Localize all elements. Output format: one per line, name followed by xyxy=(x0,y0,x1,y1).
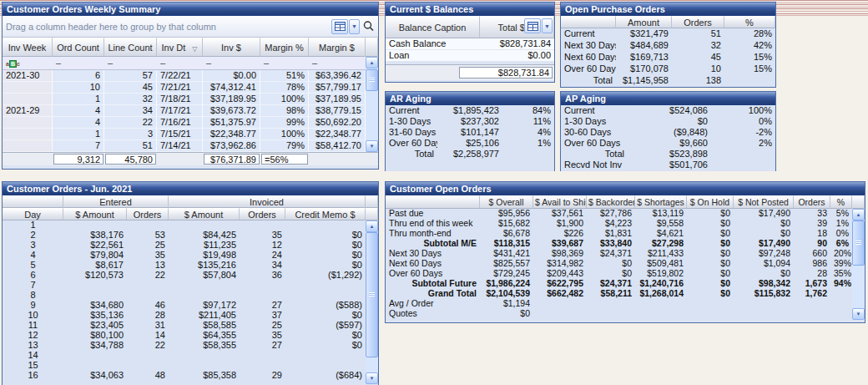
scroll-thumb[interactable] xyxy=(852,220,865,266)
filter-cell[interactable]: – xyxy=(260,57,309,70)
column-header[interactable]: $ On Hold xyxy=(687,195,734,209)
table-row[interactable]: Recvd Not Inv$501,706 xyxy=(561,160,775,170)
column-header[interactable]: Amount xyxy=(616,16,672,28)
table-row[interactable]: 8 xyxy=(3,291,366,301)
table-row[interactable]: Thru month-end$6,678$226$1,831$4,621$0$0… xyxy=(386,229,852,239)
column-header-blank[interactable] xyxy=(366,38,378,57)
grid-options-button[interactable] xyxy=(524,18,541,33)
filter-cell[interactable]: – xyxy=(157,57,203,70)
vertical-scrollbar[interactable]: ▲▼ xyxy=(366,220,378,384)
column-header[interactable]: Day xyxy=(3,208,63,220)
column-header[interactable]: $ Amount xyxy=(63,208,127,220)
table-row[interactable]: 5$8,61713$135,21634$0 xyxy=(3,261,366,271)
table-row[interactable]: Over 60 Days$729,245$209,443$0$519,802$0… xyxy=(386,269,852,279)
column-header[interactable]: Inv Week xyxy=(3,38,53,57)
column-header-blank[interactable] xyxy=(852,195,865,209)
column-header[interactable]: Orders xyxy=(672,16,724,28)
column-header[interactable]: Inv Dt▽ xyxy=(157,38,203,57)
table-row[interactable]: Over 60 Days$9,6602% xyxy=(561,138,775,149)
table-row[interactable]: 30-60 Days($9,848)-2% xyxy=(561,127,775,138)
group-by-bar[interactable]: Drag a column header here to group by th… xyxy=(3,16,378,38)
column-header[interactable]: $ Shortages xyxy=(635,195,687,209)
scroll-down-icon[interactable]: ▼ xyxy=(366,372,378,384)
panel-title[interactable]: Customer Orders Weekly Summary xyxy=(3,3,378,16)
table-row[interactable]: Quotes$0 xyxy=(386,309,852,319)
table-row[interactable]: 7 xyxy=(3,281,366,291)
column-header[interactable]: $ Not Posted xyxy=(734,195,794,209)
panel-title[interactable]: AP Aging xyxy=(561,92,775,105)
chevron-down-icon[interactable]: ▼ xyxy=(349,19,360,34)
table-row[interactable]: 7517/14/21$73,962.8679%$58,412.70 xyxy=(3,140,366,152)
table-row[interactable]: Current$524,086100% xyxy=(561,105,775,116)
table-row[interactable]: 9$34,68046$97,17227($588) xyxy=(3,301,366,311)
table-row[interactable]: Avg / Order$1,194 xyxy=(386,299,852,309)
column-header[interactable]: $ Amount xyxy=(169,208,240,220)
table-row[interactable]: Loan$0.00 xyxy=(386,50,554,62)
scrollbar-track[interactable] xyxy=(852,266,865,308)
table-row[interactable]: 2021-294347/17/21$39,673.7298%$38,779.15 xyxy=(3,105,366,117)
scroll-up-icon[interactable]: ▲ xyxy=(366,220,378,232)
table-row[interactable]: 6$120,57322$57,80436($1,292) xyxy=(3,271,366,281)
panel-title[interactable]: Current $ Balances xyxy=(386,3,554,16)
vertical-scrollbar[interactable]: ▲▼ xyxy=(366,57,378,152)
column-header[interactable]: Orders xyxy=(794,195,830,209)
vertical-scrollbar[interactable]: ▲▼ xyxy=(852,209,865,320)
table-row[interactable]: Total$1,145,958138 xyxy=(561,75,775,87)
table-row[interactable]: 31-60 Days$101,1474% xyxy=(386,127,554,138)
scrollbar-track[interactable] xyxy=(366,91,378,140)
table-row[interactable]: Next 30 Days$431,421$98,369$24,371$211,4… xyxy=(386,249,852,259)
table-row[interactable]: Over 60 Days$25,1061% xyxy=(386,138,554,149)
table-row[interactable]: 4227/16/21$51,375.9799%$50,692.20 xyxy=(3,117,366,129)
scroll-down-icon[interactable]: ▼ xyxy=(366,140,378,152)
table-row[interactable]: 16$34,06348$85,35829($684) xyxy=(3,371,366,381)
column-header[interactable]: Margin % xyxy=(260,38,309,57)
column-header-blank[interactable] xyxy=(3,195,63,208)
table-row[interactable]: Next 60 Days$169,7134515% xyxy=(561,52,775,63)
table-row[interactable]: 14 xyxy=(3,351,366,361)
table-row[interactable]: 4$79,80435$19,49824$0 xyxy=(3,251,366,261)
table-row[interactable]: Cash Balance$828,731.84 xyxy=(386,38,554,50)
table-row[interactable]: Subtotal Future$1,986,224$622,795$24,371… xyxy=(386,279,852,289)
column-header-blank[interactable] xyxy=(366,195,378,208)
table-row[interactable]: 3$22,56125$11,23512$0 xyxy=(3,241,366,251)
column-header[interactable]: % xyxy=(724,16,775,28)
column-header[interactable]: Orders xyxy=(127,208,169,220)
scroll-up-icon[interactable]: ▲ xyxy=(852,209,865,220)
table-row[interactable]: Next 30 Days$484,6893242% xyxy=(561,40,775,52)
table-row[interactable]: Over 60 Days$170,0781015% xyxy=(561,63,775,75)
table-row[interactable]: 10$35,13628$211,40537$0 xyxy=(3,311,366,321)
table-row[interactable]: Grand Total$2,104,539$662,482$58,211$1,2… xyxy=(386,289,852,299)
table-row[interactable]: 1 xyxy=(3,220,366,230)
table-row[interactable]: 137/15/21$22,348.77100%$22,348.77 xyxy=(3,129,366,140)
column-header[interactable]: Orders xyxy=(240,208,285,220)
column-header[interactable]: Ord Count xyxy=(53,38,104,57)
column-header-blank[interactable] xyxy=(366,208,378,220)
column-header[interactable]: $ Overall xyxy=(480,195,533,209)
table-row[interactable]: Current$321,4795128% xyxy=(561,28,775,40)
table-row[interactable]: 12$80,10014$64,35535$0 xyxy=(3,331,366,341)
column-header[interactable]: Invoiced xyxy=(169,195,366,208)
filter-cell[interactable]: – xyxy=(104,57,157,70)
column-header[interactable]: % xyxy=(830,195,852,209)
filter-cell[interactable]: – xyxy=(53,57,104,70)
table-row[interactable]: 1-30 Days$237,30211% xyxy=(386,116,554,127)
panel-title[interactable]: AR Aging xyxy=(386,92,554,105)
filter-row[interactable]: aBc–––––– xyxy=(3,57,366,70)
column-header[interactable]: Margin $ xyxy=(309,38,366,57)
table-row[interactable]: Subtotal M/E$118,315$39,687$33,840$27,29… xyxy=(386,239,852,249)
column-header[interactable]: Credit Memo $ xyxy=(285,208,366,220)
filter-cell[interactable]: – xyxy=(203,57,260,70)
column-header[interactable]: Balance Caption xyxy=(386,16,480,38)
table-row[interactable]: 2021-306577/22/21$0.0051%$63,396.42 xyxy=(3,70,366,82)
panel-title[interactable]: Customer Orders - Jun. 2021 xyxy=(3,182,378,195)
table-row[interactable]: Next 60 Days$825,557$314,982$0$509,481$0… xyxy=(386,259,852,269)
table-row[interactable]: 15 xyxy=(3,361,366,371)
search-icon[interactable] xyxy=(362,20,375,33)
scrollbar-track[interactable] xyxy=(366,357,378,372)
panel-title[interactable]: Open Purchase Orders xyxy=(561,3,775,16)
column-header[interactable]: $ Avail to Ship xyxy=(533,195,587,209)
chevron-down-icon[interactable]: ▼ xyxy=(542,18,553,33)
scroll-down-icon[interactable]: ▼ xyxy=(852,308,865,320)
table-row[interactable]: 13$34,78822$58,35527$0 xyxy=(3,341,366,351)
grid-options-button[interactable] xyxy=(331,19,348,34)
